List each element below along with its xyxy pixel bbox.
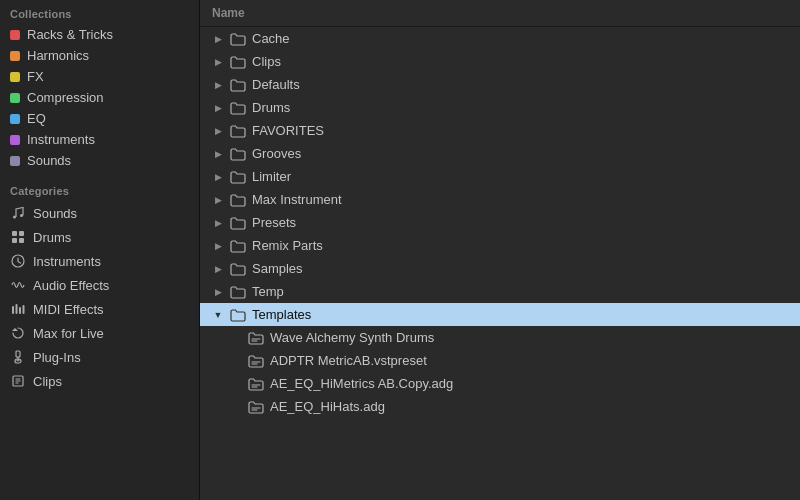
svg-rect-7 [12,306,14,314]
file-label: Remix Parts [252,238,788,253]
sidebar: Collections Racks & Tricks Harmonics FX … [0,0,200,500]
category-item[interactable]: Audio Effects [0,273,199,297]
file-label: Temp [252,284,788,299]
category-label: Plug-Ins [33,350,81,365]
file-label: Wave Alchemy Synth Drums [270,330,788,345]
row-chevron: ▶ [212,57,224,67]
category-label: Sounds [33,206,77,221]
category-label: Clips [33,374,62,389]
collection-label: Instruments [27,132,95,147]
collection-label: Sounds [27,153,71,168]
preset-icon [248,354,264,368]
collections-list: Racks & Tricks Harmonics FX Compression … [0,24,199,171]
category-item[interactable]: Drums [0,225,199,249]
file-row[interactable]: ▶ Temp [200,280,800,303]
collection-item[interactable]: EQ [0,108,199,129]
file-row[interactable]: ▶ AE_EQ_HiMetrics AB.Copy.adg [200,372,800,395]
folder-icon [230,32,246,46]
folder-icon [230,262,246,276]
file-label: Max Instrument [252,192,788,207]
svg-rect-5 [19,238,24,243]
table-header: Name [200,0,800,27]
folder-icon [230,55,246,69]
collection-dot [10,114,20,124]
file-row[interactable]: ▶ ADPTR MetricAB.vstpreset [200,349,800,372]
collection-item[interactable]: Harmonics [0,45,199,66]
svg-point-1 [20,214,23,217]
file-label: Presets [252,215,788,230]
category-icon [10,349,26,365]
category-icon [10,301,26,317]
row-chevron: ▶ [212,195,224,205]
file-label: Defaults [252,77,788,92]
category-label: Instruments [33,254,101,269]
category-item[interactable]: Plug-Ins [0,345,199,369]
file-list: ▶ Cache ▶ Clips ▶ Defaults ▶ Drums ▶ FAV… [200,27,800,418]
file-row[interactable]: ▼ Templates [200,303,800,326]
file-label: AE_EQ_HiMetrics AB.Copy.adg [270,376,788,391]
collection-item[interactable]: Racks & Tricks [0,24,199,45]
category-label: MIDI Effects [33,302,104,317]
category-icon [10,253,26,269]
file-row[interactable]: ▶ AE_EQ_HiHats.adg [200,395,800,418]
collection-label: Compression [27,90,104,105]
file-row[interactable]: ▶ Presets [200,211,800,234]
svg-rect-8 [16,304,18,314]
file-label: Grooves [252,146,788,161]
row-chevron: ▶ [212,103,224,113]
folder-icon [230,285,246,299]
category-item[interactable]: Max for Live [0,321,199,345]
collection-item[interactable]: Instruments [0,129,199,150]
folder-icon [230,308,246,322]
collection-label: FX [27,69,44,84]
file-row[interactable]: ▶ Clips [200,50,800,73]
collection-item[interactable]: Compression [0,87,199,108]
file-row[interactable]: ▶ Drums [200,96,800,119]
file-row[interactable]: ▶ Max Instrument [200,188,800,211]
category-item[interactable]: MIDI Effects [0,297,199,321]
file-row[interactable]: ▶ Limiter [200,165,800,188]
name-column-header: Name [212,6,245,20]
category-label: Drums [33,230,71,245]
row-chevron: ▶ [212,149,224,159]
svg-rect-4 [12,238,17,243]
row-chevron: ▶ [212,34,224,44]
collection-dot [10,135,20,145]
collection-label: Racks & Tricks [27,27,113,42]
collection-item[interactable]: FX [0,66,199,87]
collection-dot [10,30,20,40]
file-row[interactable]: ▶ Defaults [200,73,800,96]
file-row[interactable]: ▶ Samples [200,257,800,280]
folder-icon [230,216,246,230]
file-label: Cache [252,31,788,46]
collection-label: Harmonics [27,48,89,63]
category-item[interactable]: Sounds [0,201,199,225]
category-icon [10,205,26,221]
file-label: Clips [252,54,788,69]
row-chevron: ▶ [212,126,224,136]
row-chevron: ▶ [212,172,224,182]
collection-dot [10,51,20,61]
file-row[interactable]: ▶ Remix Parts [200,234,800,257]
svg-rect-11 [16,351,20,357]
file-label: ADPTR MetricAB.vstpreset [270,353,788,368]
file-row[interactable]: ▶ FAVORITES [200,119,800,142]
folder-icon [230,239,246,253]
svg-point-0 [13,216,16,219]
svg-rect-2 [12,231,17,236]
category-item[interactable]: Clips [0,369,199,393]
svg-rect-10 [23,305,25,314]
collection-item[interactable]: Sounds [0,150,199,171]
row-chevron: ▶ [212,80,224,90]
collections-header: Collections [0,0,199,24]
file-row[interactable]: ▶ Wave Alchemy Synth Drums [200,326,800,349]
file-label: AE_EQ_HiHats.adg [270,399,788,414]
row-chevron: ▶ [212,241,224,251]
category-item[interactable]: Instruments [0,249,199,273]
categories-header: Categories [0,177,199,201]
file-row[interactable]: ▶ Cache [200,27,800,50]
file-row[interactable]: ▶ Grooves [200,142,800,165]
preset-icon [248,331,264,345]
folder-icon [230,193,246,207]
folder-icon [230,101,246,115]
